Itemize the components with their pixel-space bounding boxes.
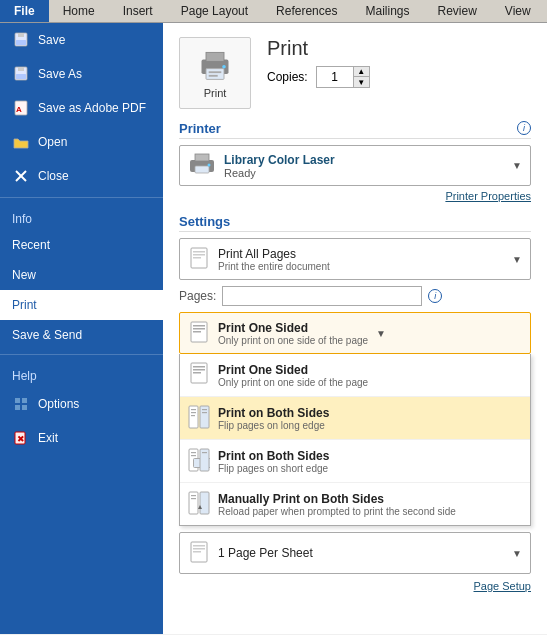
- svg-rect-10: [15, 398, 20, 403]
- tab-page-layout[interactable]: Page Layout: [167, 0, 262, 22]
- settings-section-label: Settings: [179, 214, 531, 232]
- tab-view[interactable]: View: [491, 0, 545, 22]
- sidebar-item-save[interactable]: Save: [0, 23, 163, 57]
- sidebar-item-help[interactable]: Help: [0, 359, 163, 387]
- spin-buttons: ▲ ▼: [353, 67, 369, 87]
- option-manual-both-sides[interactable]: Manually Print on Both Sides Reload pape…: [180, 483, 530, 525]
- print-title: Print: [267, 37, 370, 60]
- divider-1: [0, 197, 163, 198]
- exit-label: Exit: [38, 431, 58, 445]
- option-both-sides-short[interactable]: Print on Both Sides Flip pages on short …: [180, 440, 530, 483]
- pages-input[interactable]: [222, 286, 422, 306]
- sidebar-item-options[interactable]: Options: [0, 387, 163, 421]
- svg-rect-37: [193, 372, 201, 374]
- svg-rect-17: [206, 52, 224, 61]
- page-per-sheet-arrow: ▼: [512, 548, 522, 559]
- svg-rect-36: [193, 369, 205, 371]
- sidebar-item-print[interactable]: Print: [0, 290, 163, 320]
- sidebar: Save Save As A Save as Adobe PDF Open Cl…: [0, 23, 163, 634]
- svg-rect-23: [195, 154, 209, 161]
- print-button-label: Print: [204, 87, 227, 99]
- pages-label: Pages:: [179, 289, 216, 303]
- svg-rect-21: [209, 75, 218, 77]
- copies-increment[interactable]: ▲: [353, 67, 369, 77]
- sidebar-item-save-adobe[interactable]: A Save as Adobe PDF: [0, 91, 163, 125]
- print-pages-dropdown[interactable]: Print All Pages Print the entire documen…: [179, 238, 531, 280]
- sidebar-item-close[interactable]: Close: [0, 159, 163, 193]
- tab-references[interactable]: References: [262, 0, 351, 22]
- all-pages-icon: [188, 245, 210, 273]
- option-both-sides-long-sub: Flip pages on long edge: [218, 420, 522, 431]
- svg-rect-57: [193, 548, 205, 550]
- sides-active-main: Print One Sided: [218, 321, 368, 335]
- content-area: Print Print Copies: 1 ▲ ▼: [163, 23, 547, 634]
- option-one-sided[interactable]: Print One Sided Only print on one side o…: [180, 354, 530, 397]
- svg-rect-39: [191, 409, 196, 410]
- option-both-sides-long-main: Print on Both Sides: [218, 406, 522, 420]
- save-adobe-label: Save as Adobe PDF: [38, 101, 146, 115]
- printer-device-icon: [188, 152, 216, 179]
- svg-rect-31: [193, 325, 205, 327]
- svg-rect-54: [200, 492, 209, 514]
- sidebar-item-save-send[interactable]: Save & Send: [0, 320, 163, 350]
- sidebar-item-exit[interactable]: ✖ Exit: [0, 421, 163, 455]
- print-pages-info: Print All Pages Print the entire documen…: [218, 247, 504, 272]
- svg-rect-50: [202, 452, 207, 453]
- printer-dropdown-arrow: ▼: [512, 160, 522, 171]
- divider-2: [0, 354, 163, 355]
- save-as-icon: [12, 65, 30, 83]
- sides-dropdown-active[interactable]: Print One Sided Only print on one side o…: [179, 312, 531, 354]
- save-icon: [12, 31, 30, 49]
- svg-rect-41: [191, 415, 195, 416]
- sidebar-item-info[interactable]: Info: [0, 202, 163, 230]
- printer-info-icon[interactable]: i: [517, 121, 531, 135]
- page-setup-link[interactable]: Page Setup: [179, 580, 531, 592]
- sidebar-item-new[interactable]: New: [0, 260, 163, 290]
- print-header: Print Print Copies: 1 ▲ ▼: [179, 37, 531, 109]
- svg-rect-44: [202, 412, 207, 413]
- pages-info-icon[interactable]: i: [428, 289, 442, 303]
- printer-name: Library Color Laser: [224, 153, 504, 167]
- close-icon: [12, 167, 30, 185]
- save-label: Save: [38, 33, 65, 47]
- sidebar-item-open[interactable]: Open: [0, 125, 163, 159]
- svg-text:A: A: [16, 105, 22, 114]
- pages-row: Pages: i: [179, 286, 531, 306]
- copies-label: Copies:: [267, 70, 308, 84]
- tab-mailings[interactable]: Mailings: [351, 0, 423, 22]
- copies-input[interactable]: 1: [317, 68, 353, 86]
- sides-dropdown-menu: Print One Sided Only print on one side o…: [179, 354, 531, 526]
- printer-dropdown[interactable]: Library Color Laser Ready ▼: [179, 145, 531, 186]
- svg-rect-32: [193, 328, 205, 330]
- page-per-sheet-icon: [188, 539, 210, 567]
- sides-dropdown-arrow: ▼: [376, 328, 386, 339]
- help-label: Help: [12, 369, 37, 383]
- copies-spinner[interactable]: 1 ▲ ▼: [316, 66, 370, 88]
- both-sides-long-icon: [188, 404, 210, 432]
- both-sides-short-icon: [188, 447, 210, 475]
- pages-dropdown-arrow: ▼: [512, 254, 522, 265]
- tab-insert[interactable]: Insert: [109, 0, 167, 22]
- page-per-sheet-label: 1 Page Per Sheet: [218, 546, 504, 560]
- info-label: Info: [12, 212, 32, 226]
- svg-rect-52: [191, 495, 196, 496]
- sidebar-item-recent[interactable]: Recent: [0, 230, 163, 260]
- tab-review[interactable]: Review: [423, 0, 490, 22]
- svg-text:✖: ✖: [17, 434, 25, 444]
- option-both-sides-long[interactable]: Print on Both Sides Flip pages on long e…: [180, 397, 530, 440]
- page-per-sheet-dropdown[interactable]: 1 Page Per Sheet ▼: [179, 532, 531, 574]
- tab-home[interactable]: Home: [49, 0, 109, 22]
- printer-properties-link[interactable]: Printer Properties: [179, 190, 531, 202]
- copies-decrement[interactable]: ▼: [353, 77, 369, 87]
- save-send-label: Save & Send: [12, 328, 82, 342]
- tab-file[interactable]: File: [0, 0, 49, 22]
- new-label: New: [12, 268, 36, 282]
- options-label: Options: [38, 397, 79, 411]
- print-meta: Print Copies: 1 ▲ ▼: [267, 37, 370, 88]
- one-sided-icon: [188, 361, 210, 389]
- sidebar-item-save-as[interactable]: Save As: [0, 57, 163, 91]
- svg-rect-20: [209, 71, 222, 73]
- svg-rect-2: [16, 40, 26, 45]
- print-icon-box[interactable]: Print: [179, 37, 251, 109]
- one-sided-active-icon: [188, 319, 210, 347]
